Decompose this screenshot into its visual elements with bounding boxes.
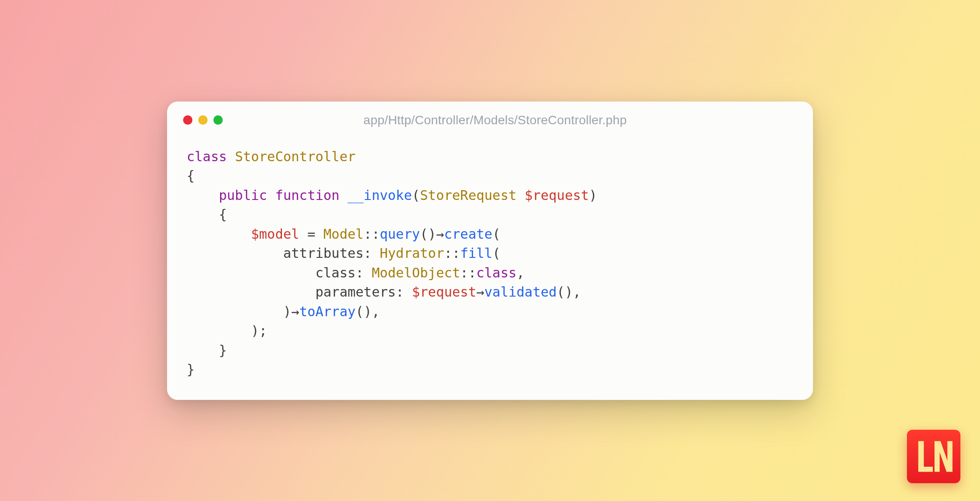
named-class: class: (315, 265, 363, 281)
paren-open: ( (355, 304, 363, 319)
arrow-icon: → (476, 284, 484, 300)
logo-ln-icon (912, 435, 955, 478)
var-model: $model (251, 226, 299, 242)
comma: , (573, 284, 581, 300)
method-query: query (380, 226, 420, 242)
code-block: class StoreController { public function … (167, 132, 813, 400)
brace-close: } (187, 362, 195, 377)
paren-close: ) (428, 226, 436, 242)
paren-close: ) (565, 284, 573, 300)
semicolon: ; (259, 323, 267, 338)
method-validated: validated (484, 284, 557, 300)
param-var: $request (525, 187, 589, 203)
method-name: __invoke (347, 187, 412, 203)
brace-close: } (219, 342, 227, 358)
keyword-class: class (187, 149, 227, 164)
class-name: StoreController (235, 149, 355, 164)
keyword-classconst: class (476, 265, 516, 281)
paren-close: ) (363, 304, 372, 319)
comma: , (372, 304, 380, 319)
paren-open: ( (492, 245, 500, 261)
method-fill: fill (460, 245, 492, 261)
param-type: StoreRequest (420, 187, 517, 203)
arrow-icon: → (291, 304, 299, 319)
named-attributes: attributes: (283, 245, 372, 261)
var-request: $request (412, 284, 477, 300)
arrow-icon: → (436, 226, 444, 242)
double-colon: :: (363, 226, 380, 242)
paren-open: ( (412, 187, 420, 203)
close-icon[interactable] (183, 115, 192, 125)
brace-open: { (187, 168, 195, 183)
class-hydrator: Hydrator (380, 245, 445, 261)
paren-open: ( (492, 226, 500, 242)
paren-open: ( (557, 284, 565, 300)
comma: , (517, 265, 525, 281)
double-colon: :: (460, 265, 476, 281)
paren-close: ) (251, 323, 259, 338)
traffic-lights (183, 115, 223, 125)
brace-open: { (219, 207, 227, 222)
keyword-function: function (275, 187, 340, 203)
named-parameters: parameters: (315, 284, 404, 300)
minimize-icon[interactable] (198, 115, 208, 125)
class-modelobject: ModelObject (372, 265, 460, 281)
editor-window: app/Http/Controller/Models/StoreControll… (167, 102, 813, 400)
double-colon: :: (444, 245, 460, 261)
paren-close: ) (283, 304, 291, 319)
paren-close: ) (589, 187, 597, 203)
maximize-icon[interactable] (213, 115, 223, 125)
method-create: create (444, 226, 492, 242)
equals: = (307, 226, 315, 242)
window-titlebar: app/Http/Controller/Models/StoreControll… (167, 102, 813, 132)
paren-open: ( (420, 226, 428, 242)
method-toarray: toArray (299, 304, 355, 319)
keyword-public: public (219, 187, 267, 203)
class-model: Model (323, 226, 363, 242)
window-title: app/Http/Controller/Models/StoreControll… (229, 113, 797, 127)
brand-logo (907, 430, 960, 483)
